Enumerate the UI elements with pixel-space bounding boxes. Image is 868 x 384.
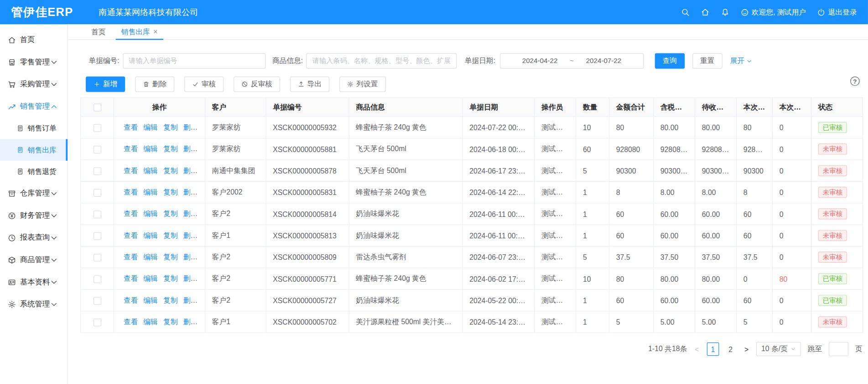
row-action-edit[interactable]: 编辑: [143, 210, 158, 218]
home-icon[interactable]: [701, 8, 709, 16]
select-all-checkbox[interactable]: [93, 104, 101, 111]
search-button[interactable]: 查询: [655, 53, 685, 69]
expand-toggle[interactable]: 展开: [730, 56, 753, 66]
sidebar-item-basics[interactable]: 基本资料: [0, 271, 68, 293]
row-action-delete[interactable]: 删除: [183, 123, 198, 131]
row-action-copy[interactable]: 复制: [163, 274, 178, 283]
cell-customer: 罗莱家纺: [205, 138, 266, 160]
row-action-edit[interactable]: 编辑: [143, 123, 158, 131]
page-number-1[interactable]: 1: [707, 342, 719, 356]
row-action-edit[interactable]: 编辑: [143, 145, 158, 153]
row-action-view[interactable]: 查看: [124, 123, 138, 131]
bell-icon[interactable]: [721, 8, 729, 16]
row-action-delete[interactable]: 删除: [183, 296, 198, 304]
sidebar-subitem-sales-return[interactable]: 销售退货: [0, 161, 68, 182]
row-action-view[interactable]: 查看: [124, 296, 138, 304]
row-action-copy[interactable]: 复制: [163, 145, 178, 153]
row-action-copy[interactable]: 复制: [163, 296, 178, 304]
row-action-delete[interactable]: 删除: [183, 317, 198, 326]
reset-button[interactable]: 重置: [692, 53, 722, 69]
add-button[interactable]: 新增: [86, 76, 125, 92]
row-checkbox[interactable]: [93, 124, 101, 132]
sidebar-item-finance[interactable]: 财务管理: [0, 205, 68, 227]
row-checkbox[interactable]: [93, 167, 101, 175]
row-action-copy[interactable]: 复制: [163, 123, 178, 131]
row-checkbox[interactable]: [93, 189, 101, 197]
row-checkbox[interactable]: [93, 319, 101, 326]
date-range-picker[interactable]: 2024-04-22 ~ 2024-07-22: [500, 53, 644, 69]
row-action-view[interactable]: 查看: [124, 188, 138, 196]
row-action-delete[interactable]: 删除: [183, 210, 198, 218]
row-action-view[interactable]: 查看: [124, 317, 138, 326]
row-action-edit[interactable]: 编辑: [143, 296, 158, 304]
row-checkbox[interactable]: [93, 210, 101, 218]
page-size-select[interactable]: 10 条/页: [756, 342, 801, 357]
row-action-copy[interactable]: 复制: [163, 252, 178, 261]
sidebar-item-home[interactable]: 首页: [0, 29, 68, 51]
product-input[interactable]: [306, 53, 457, 69]
date-start[interactable]: 2024-04-22: [522, 57, 558, 65]
status-badge: 已审核: [818, 295, 847, 306]
row-action-edit[interactable]: 编辑: [143, 231, 158, 239]
bill-no-input[interactable]: [123, 53, 265, 69]
date-end[interactable]: 2024-07-22: [586, 57, 622, 65]
tab-home[interactable]: 首页: [86, 24, 111, 39]
close-icon[interactable]: ×: [153, 28, 157, 36]
row-action-view[interactable]: 查看: [124, 210, 138, 218]
row-action-delete[interactable]: 删除: [183, 231, 198, 239]
logout-button[interactable]: 退出登录: [817, 7, 857, 17]
export-button[interactable]: 导出: [290, 76, 329, 92]
row-action-copy[interactable]: 复制: [163, 231, 178, 239]
sidebar-subitem-sales-outbound[interactable]: 销售出库: [0, 139, 68, 161]
tab-sales-outbound[interactable]: 销售出库 ×: [116, 24, 163, 39]
page-number-2[interactable]: 2: [724, 342, 737, 356]
row-checkbox[interactable]: [93, 232, 101, 240]
sidebar-item-sales[interactable]: 销售管理: [0, 95, 68, 118]
unaudit-button[interactable]: 反审核: [234, 76, 280, 92]
row-action-delete[interactable]: 删除: [183, 188, 198, 196]
row-action-view[interactable]: 查看: [124, 166, 138, 174]
row-action-view[interactable]: 查看: [124, 252, 138, 261]
row-action-delete[interactable]: 删除: [183, 274, 198, 283]
row-action-copy[interactable]: 复制: [163, 166, 178, 174]
row-action-view[interactable]: 查看: [124, 274, 138, 283]
row-action-view[interactable]: 查看: [124, 231, 138, 239]
sidebar-item-purchase[interactable]: 采购管理: [0, 73, 68, 95]
row-action-delete[interactable]: 删除: [183, 145, 198, 153]
row-action-delete[interactable]: 删除: [183, 166, 198, 174]
row-action-edit[interactable]: 编辑: [143, 274, 158, 283]
row-checkbox[interactable]: [93, 275, 101, 283]
row-checkbox[interactable]: [93, 297, 101, 305]
column-header: 数量: [576, 98, 609, 116]
row-action-edit[interactable]: 编辑: [143, 252, 158, 261]
cell-receivable: 60.00: [695, 225, 737, 246]
delete-button[interactable]: 删除: [135, 76, 174, 92]
next-page-icon[interactable]: >: [743, 345, 750, 353]
row-action-view[interactable]: 查看: [124, 145, 138, 153]
row-checkbox[interactable]: [93, 146, 101, 153]
sidebar-item-warehouse[interactable]: 仓库管理: [0, 182, 68, 205]
sidebar-item-system[interactable]: 系统管理: [0, 293, 68, 316]
sidebar-item-report[interactable]: 报表查询: [0, 226, 68, 249]
audit-button[interactable]: 审核: [184, 76, 223, 92]
row-action-copy[interactable]: 复制: [163, 188, 178, 196]
help-icon[interactable]: ?: [850, 76, 860, 86]
search-icon[interactable]: [681, 8, 689, 16]
row-action-copy[interactable]: 复制: [163, 317, 178, 326]
cell-owed: 0: [773, 225, 811, 246]
row-action-edit[interactable]: 编辑: [143, 317, 158, 326]
sidebar-item-retail[interactable]: 零售管理: [0, 51, 68, 74]
column-settings-button[interactable]: 列设置: [339, 76, 386, 92]
row-checkbox[interactable]: [93, 254, 101, 262]
sidebar-subitem-sales-order[interactable]: 销售订单: [0, 117, 68, 139]
row-action-edit[interactable]: 编辑: [143, 166, 158, 174]
row-action-delete[interactable]: 删除: [183, 252, 198, 261]
jump-page-input[interactable]: [829, 342, 849, 357]
cell-received: 60: [737, 225, 773, 246]
sidebar-item-goods[interactable]: 商品管理: [0, 249, 68, 271]
row-action-copy[interactable]: 复制: [163, 210, 178, 218]
user-welcome[interactable]: 欢迎您, 测试用户: [741, 7, 806, 17]
cell-bill-no: XSCK00000005813: [266, 225, 349, 246]
row-action-edit[interactable]: 编辑: [143, 188, 158, 196]
prev-page-icon[interactable]: <: [694, 345, 700, 353]
